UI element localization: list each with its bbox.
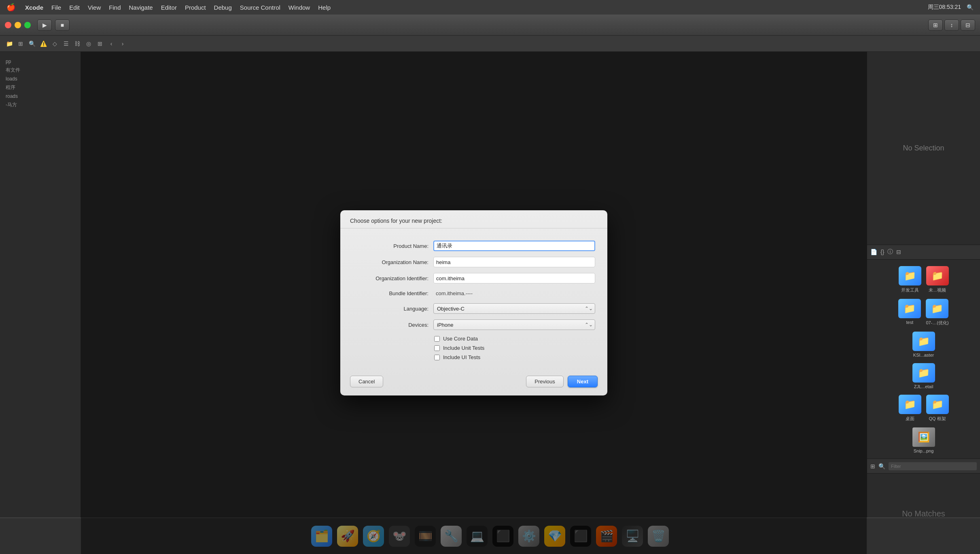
- utilities-toggle[interactable]: ⊟: [961, 19, 975, 31]
- breakpoint-icon[interactable]: ◎: [84, 39, 93, 48]
- file-label-desktop: 桌面: [906, 416, 914, 422]
- file-item-desktop[interactable]: 📁 桌面: [899, 395, 921, 422]
- file-row-4: 📁 ZJL...etail: [912, 363, 935, 389]
- menu-help[interactable]: Help: [318, 4, 331, 11]
- search-nav-icon[interactable]: 🔍: [28, 39, 36, 48]
- file-item-devtools[interactable]: 📁 开发工具: [899, 266, 921, 293]
- file-item-zjl[interactable]: 📁 ZJL...etail: [912, 363, 935, 389]
- no-matches-toolbar: ⊞ 🔍: [867, 459, 980, 473]
- new-project-dialog: Choose options for your new project: Pro…: [340, 210, 607, 395]
- list-icon[interactable]: ☰: [62, 39, 70, 48]
- menu-product[interactable]: Product: [185, 4, 206, 11]
- center-area: Choose options for your new project: Pro…: [81, 52, 867, 554]
- dialog-header: Choose options for your new project:: [340, 210, 607, 228]
- warning-icon[interactable]: ⚠️: [39, 39, 48, 48]
- sidebar-item-mafang[interactable]: -马方: [0, 100, 81, 110]
- folder-icon-ksi: 📁: [912, 332, 935, 351]
- org-name-row: Organization Name:: [352, 257, 595, 267]
- menu-editor[interactable]: Editor: [161, 4, 177, 11]
- link-icon[interactable]: ⛓: [73, 39, 82, 48]
- search-icon[interactable]: 🔍: [967, 4, 974, 11]
- file-item-snip[interactable]: 🖼️ Snip...png: [912, 427, 935, 453]
- stop-button[interactable]: ■: [55, 19, 70, 31]
- menu-source-control[interactable]: Source Control: [240, 4, 280, 11]
- menu-view[interactable]: View: [88, 4, 101, 11]
- aspect-icon[interactable]: ⊟: [896, 249, 901, 255]
- folder-icon-test: 📁: [898, 299, 921, 318]
- file-label-test: test: [906, 320, 914, 325]
- grid-view-icon[interactable]: ⊞: [870, 463, 875, 469]
- file-label-zjl: ZJL...etail: [914, 384, 933, 389]
- sidebar-item-pp[interactable]: pp: [0, 57, 81, 66]
- menu-navigate[interactable]: Navigate: [129, 4, 153, 11]
- org-id-row: Organization Identifier:: [352, 273, 595, 283]
- file-row-2: 📁 test 📁 07-…(优化): [898, 299, 948, 326]
- menu-debug[interactable]: Debug: [214, 4, 232, 11]
- cancel-button[interactable]: Cancel: [350, 376, 383, 387]
- sidebar-item-loads[interactable]: loads: [0, 75, 81, 83]
- grid-icon[interactable]: ⊞: [95, 39, 104, 48]
- menu-window[interactable]: Window: [288, 4, 310, 11]
- ui-tests-checkbox[interactable]: [434, 355, 440, 360]
- org-id-input[interactable]: [433, 273, 595, 283]
- close-button[interactable]: [5, 22, 11, 28]
- language-row: Language: Objective-C Swift ⌃⌄: [352, 303, 595, 314]
- new-file-icon[interactable]: 📄: [870, 249, 877, 255]
- previous-button[interactable]: Previous: [526, 376, 564, 387]
- folder-icon[interactable]: 📁: [5, 39, 14, 48]
- language-select-wrapper: Objective-C Swift ⌃⌄: [433, 303, 595, 314]
- product-name-row: Product Name:: [352, 241, 595, 251]
- dialog-footer: Cancel Previous Next: [340, 372, 607, 387]
- file-item-qq[interactable]: 📁 QQ 框架: [926, 395, 949, 422]
- bookmark-icon[interactable]: ◇: [50, 39, 59, 48]
- file-label-snip: Snip...png: [914, 448, 934, 453]
- menu-xcode[interactable]: Xcode: [25, 4, 43, 11]
- zoom-icon[interactable]: 🔍: [878, 463, 885, 469]
- menu-find[interactable]: Find: [109, 4, 121, 11]
- language-select[interactable]: Objective-C Swift: [433, 303, 595, 314]
- apple-menu[interactable]: 🍎: [6, 3, 15, 12]
- maximize-button[interactable]: [24, 22, 31, 28]
- navigator-toggle[interactable]: ⊞: [928, 19, 943, 31]
- org-name-input[interactable]: [433, 257, 595, 267]
- sidebar-item-files[interactable]: 有文件: [0, 66, 81, 75]
- debug-toggle[interactable]: ↕: [944, 19, 959, 31]
- info-icon[interactable]: ⓘ: [887, 248, 893, 256]
- sidebar-item-roads[interactable]: roads: [0, 92, 81, 100]
- menubar-time: 周三08:53:21: [928, 4, 961, 11]
- devices-row: Devices: iPhone iPad Universal ⌃⌄: [352, 319, 595, 330]
- bundle-id-row: Bundle Identifier: com.itheima.----: [352, 289, 595, 298]
- product-name-input[interactable]: [433, 241, 595, 251]
- sidebar-item-program[interactable]: 程序: [0, 83, 81, 92]
- no-matches-label: No Matches: [902, 509, 945, 518]
- next-button[interactable]: Next: [568, 376, 598, 387]
- files-panel: 📁 开发工具 📁 未...视频 📁 test: [867, 260, 980, 459]
- file-item-video[interactable]: 📁 未...视频: [926, 266, 949, 293]
- files-grid: 📁 开发工具 📁 未...视频 📁 test: [870, 263, 977, 457]
- minimize-button[interactable]: [15, 22, 21, 28]
- modal-overlay: Choose options for your new project: Pro…: [81, 52, 867, 554]
- menu-file[interactable]: File: [51, 4, 61, 11]
- xcode-main: pp 有文件 loads 程序 roads -马方 Choose options…: [0, 52, 980, 554]
- file-item-optimized[interactable]: 📁 07-…(优化): [926, 299, 948, 326]
- unit-tests-checkbox[interactable]: [434, 345, 440, 351]
- devices-select[interactable]: iPhone iPad Universal: [433, 319, 595, 330]
- file-item-test[interactable]: 📁 test: [898, 299, 921, 326]
- hierarchy-icon[interactable]: ⊞: [16, 39, 25, 48]
- run-button[interactable]: ▶: [37, 19, 52, 31]
- xcode-toolbar: ▶ ■ ⊞ ↕ ⊟: [0, 15, 980, 36]
- core-data-checkbox[interactable]: [434, 336, 440, 342]
- back-icon[interactable]: ‹: [107, 39, 116, 48]
- menubar-right: 周三08:53:21 🔍: [928, 4, 974, 11]
- forward-icon[interactable]: ›: [118, 39, 127, 48]
- filter-input[interactable]: [889, 462, 977, 470]
- folder-icon-devtools: 📁: [899, 266, 921, 285]
- right-panel-top: No Selection: [867, 52, 980, 245]
- braces-icon[interactable]: {}: [880, 249, 884, 255]
- file-item-ksi[interactable]: 📁 KSI...aster: [912, 332, 935, 357]
- no-selection-label: No Selection: [903, 144, 944, 152]
- file-row-3: 📁 KSI...aster: [912, 332, 935, 357]
- menubar: 🍎 Xcode File Edit View Find Navigate Edi…: [0, 0, 980, 15]
- menu-edit[interactable]: Edit: [69, 4, 80, 11]
- product-name-label: Product Name:: [352, 243, 433, 249]
